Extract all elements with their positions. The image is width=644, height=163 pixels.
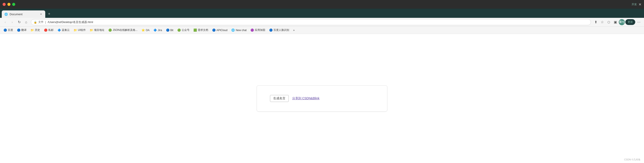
home-button[interactable]: ⌂ <box>23 19 29 25</box>
bookmark-lanzou[interactable]: 🔷 蓝奏云 <box>56 27 71 33</box>
bookmark-more[interactable]: » <box>291 28 296 33</box>
oa-label: OA <box>146 29 150 32</box>
quote-card: 生成名言 分享到 CSDN&Blink <box>257 85 387 112</box>
bookmarks-bar: 🔵 百度 🔵 翻译 📁 历史 🔴 私邮 🔷 蓝奏云 📁 UI组件 📁 项目地址 … <box>0 26 644 34</box>
translate-favicon: 🔵 <box>17 28 20 32</box>
jiagu-icon: 🟣 <box>250 28 254 32</box>
bookmark-newchat[interactable]: 🌐 New chat <box>230 28 248 33</box>
bookmark-mail[interactable]: 🔴 私邮 <box>42 27 55 33</box>
traffic-lights <box>2 3 15 6</box>
tab-favicon: 🌐 <box>4 12 8 16</box>
more-menu-button[interactable]: ⋯ <box>636 19 642 25</box>
new-tab-button[interactable]: + <box>46 11 52 17</box>
forward-button[interactable]: › <box>9 19 15 25</box>
bookmark-oa[interactable]: ⭐ OA <box>140 28 151 33</box>
sidebar-toggle[interactable]: ▣ <box>612 19 618 25</box>
bookmark-ui[interactable]: 📁 UI组件 <box>72 27 88 33</box>
bookmark-docs[interactable]: 🟩 需求文档 <box>192 27 210 33</box>
address-separator: | <box>45 21 46 24</box>
bookmark-translate[interactable]: 🔵 翻译 <box>15 27 28 33</box>
bookmark-button[interactable]: ☆ <box>599 19 605 25</box>
gzh-icon: 🟢 <box>177 28 181 32</box>
json-icon: 🟢 <box>108 28 112 32</box>
active-tab[interactable]: 🌐 Document ✕ <box>2 10 45 18</box>
navbar: ‹ › ↻ ⌂ 🔒 文件 | /Users/jhxl/Desktop/名言生成器… <box>0 18 644 26</box>
bookmark-gzh[interactable]: 🟢 公众号 <box>176 27 191 33</box>
ui-label: UI组件 <box>78 28 86 32</box>
extension-button[interactable]: ⬡ <box>606 19 612 25</box>
share-button[interactable]: ⬆ <box>593 19 599 25</box>
maximize-button[interactable] <box>12 3 15 6</box>
history-label: 历史 <box>35 28 40 32</box>
gzh-label: 公众号 <box>182 28 190 32</box>
lanzou-label: 蓝奏云 <box>62 28 70 32</box>
back-button[interactable]: ‹ <box>2 19 8 25</box>
generate-button[interactable]: 生成名言 <box>270 95 289 102</box>
newchat-icon: 🌐 <box>231 28 235 32</box>
lanzou-icon: 🔷 <box>58 28 61 32</box>
address-path: /Users/jhxl/Desktop/名言生成器.html <box>48 20 588 24</box>
face-icon: 🔵 <box>269 28 272 32</box>
bookmark-face[interactable]: 🔵 百度人脸识别 <box>268 27 291 33</box>
mail-label: 私邮 <box>48 28 54 32</box>
titlebar-right: 开发 ✕ <box>632 2 642 6</box>
project-label: 项目地址 <box>94 28 104 32</box>
oa-icon: ⭐ <box>142 28 145 32</box>
refresh-button[interactable]: ↻ <box>16 19 22 25</box>
tabbar: 🌐 Document ✕ + <box>0 9 644 18</box>
bookmark-history[interactable]: 📁 历史 <box>29 27 42 33</box>
bookmark-baidu[interactable]: 🔵 百度 <box>2 27 15 33</box>
baidu-icon: 🔵 <box>4 28 7 32</box>
ui-icon: 📁 <box>74 28 77 32</box>
json-label: JSON在线解析及格... <box>113 28 138 32</box>
page-content: 生成名言 分享到 CSDN&Blink CSDN ©几何鱼 <box>0 34 644 163</box>
face-label: 百度人脸识别 <box>274 28 289 32</box>
bookmark-project[interactable]: 📁 项目地址 <box>88 27 106 33</box>
titlebar-close[interactable]: ✕ <box>638 2 642 6</box>
minimize-button[interactable] <box>8 3 10 6</box>
tab-close-button[interactable]: ✕ <box>39 12 43 16</box>
docs-label: 需求文档 <box>198 28 208 32</box>
bookmark-jira[interactable]: 🔷 Jira <box>152 28 164 33</box>
docs-icon: 🟩 <box>194 28 197 32</box>
more-label: » <box>293 29 294 32</box>
bit-label: Bit <box>170 29 174 32</box>
titlebar: 开发 ✕ <box>0 0 644 9</box>
watermark: CSDN ©几何鱼 <box>624 158 640 161</box>
tab-title: Document <box>10 12 38 16</box>
apicloud-icon: 🔵 <box>212 28 216 32</box>
apicloud-label: APICloud <box>216 29 228 32</box>
jira-icon: 🔷 <box>154 28 157 32</box>
bookmark-jiagu[interactable]: 🟣 应用加固 <box>249 27 267 33</box>
history-icon: 📁 <box>30 28 34 32</box>
lock-icon: 🔒 <box>34 21 37 24</box>
update-button[interactable]: 更新 <box>625 19 635 25</box>
jira-label: Jira <box>158 29 162 32</box>
jiagu-label: 应用加固 <box>255 28 265 32</box>
dev-label: 开发 <box>632 2 637 6</box>
baidu-label: 百度 <box>8 28 13 32</box>
share-link[interactable]: 分享到 CSDN&Blink <box>292 97 320 100</box>
bookmark-bit[interactable]: 🔵 Bit <box>164 28 175 33</box>
mail-icon: 🔴 <box>44 28 48 32</box>
bookmark-apicloud[interactable]: 🔵 APICloud <box>210 28 229 33</box>
close-button[interactable] <box>2 3 6 6</box>
project-icon: 📁 <box>90 28 93 32</box>
file-label: 文件 <box>38 20 44 24</box>
newchat-label: New chat <box>236 29 246 32</box>
avatar[interactable]: 双七 <box>619 19 625 25</box>
bit-icon: 🔵 <box>166 28 170 32</box>
address-bar[interactable]: 🔒 文件 | /Users/jhxl/Desktop/名言生成器.html <box>31 19 591 25</box>
nav-actions: ⬆ ☆ ⬡ ▣ 双七 更新 ⋯ <box>593 19 642 25</box>
translate-label: 翻译 <box>21 28 26 32</box>
bookmark-json[interactable]: 🟢 JSON在线解析及格... <box>106 27 139 33</box>
